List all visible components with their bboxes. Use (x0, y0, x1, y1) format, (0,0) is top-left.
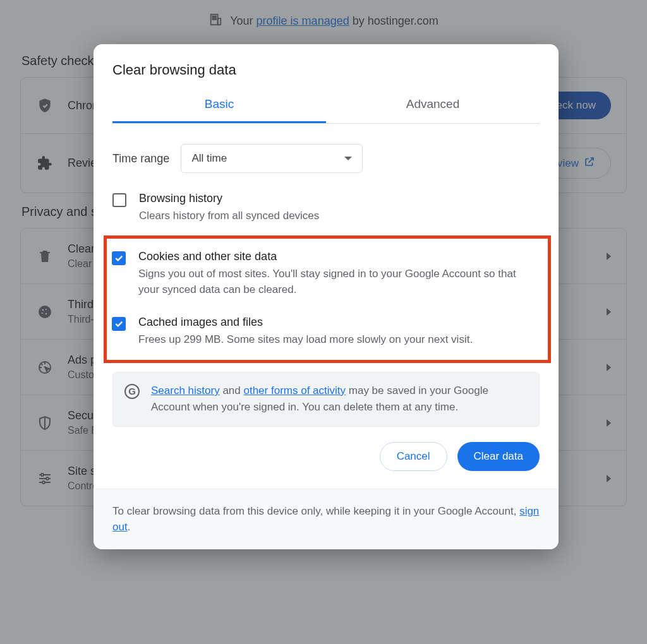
clear-browsing-data-dialog: Clear browsing data Basic Advanced Time … (94, 44, 559, 549)
checkbox-cache[interactable] (112, 317, 126, 331)
option-title: Cookies and other site data (138, 250, 539, 263)
option-cache[interactable]: Cached images and files Frees up 299 MB.… (112, 309, 539, 359)
time-range-select[interactable]: All time (181, 144, 363, 173)
option-cookies[interactable]: Cookies and other site data Signs you ou… (112, 244, 539, 309)
cancel-button[interactable]: Cancel (380, 442, 447, 471)
time-range-value: All time (191, 152, 227, 165)
option-desc: Signs you out of most sites. You'll stay… (138, 266, 539, 298)
google-account-info: G Search history and other forms of acti… (112, 372, 540, 427)
annotation-highlight: Cookies and other site data Signs you ou… (104, 236, 551, 364)
time-range-row: Time range All time (112, 144, 540, 173)
chevron-down-icon (344, 157, 352, 160)
checkbox-cookies[interactable] (112, 251, 126, 265)
dialog-footer: To clear browsing data from this device … (94, 489, 559, 549)
tab-advanced[interactable]: Advanced (326, 88, 540, 123)
dialog-tabs: Basic Advanced (112, 88, 540, 124)
dialog-title: Clear browsing data (112, 62, 540, 78)
option-title: Browsing history (139, 192, 319, 205)
option-desc: Frees up 299 MB. Some sites may load mor… (138, 331, 473, 348)
dialog-actions: Cancel Clear data (94, 427, 559, 489)
clear-data-button[interactable]: Clear data (457, 442, 540, 471)
checkbox-browsing-history[interactable] (112, 193, 126, 207)
option-desc: Clears history from all synced devices (139, 208, 319, 224)
search-history-link[interactable]: Search history (151, 385, 220, 397)
tab-basic[interactable]: Basic (112, 88, 326, 123)
other-activity-link[interactable]: other forms of activity (243, 385, 346, 397)
option-browsing-history[interactable]: Browsing history Clears history from all… (112, 186, 540, 236)
google-icon: G (124, 384, 140, 399)
time-range-label: Time range (112, 152, 169, 165)
footer-text: To clear browsing data from this device … (112, 505, 519, 517)
option-title: Cached images and files (138, 316, 473, 329)
